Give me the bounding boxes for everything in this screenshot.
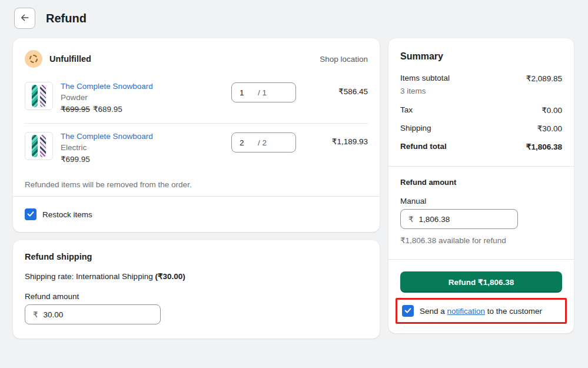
notification-link[interactable]: notification: [447, 307, 486, 316]
summary-section: Summary Items subtotal ₹2,089.85 3 items…: [388, 38, 574, 166]
quantity-total: / 1: [258, 88, 267, 97]
refund-button[interactable]: Refund ₹1,806.38: [400, 271, 562, 293]
refund-note: Refunded items will be removed from the …: [25, 173, 368, 190]
shipping-rate-text: Shipping rate: International Shipping: [25, 272, 155, 281]
variant-label: Powder: [61, 93, 231, 102]
left-column: Unfulfilled Shop location The Complete S…: [13, 38, 380, 339]
tax-value: ₹0.00: [542, 105, 562, 115]
items-subtotal-value: ₹2,089.85: [526, 74, 562, 83]
dashed-circle-icon: [29, 55, 38, 63]
shipping-rate-amount: (₹30.00): [155, 272, 185, 281]
item-prices: ₹699.95: [61, 154, 231, 164]
checkmark-icon: [26, 209, 35, 220]
product-thumbnail: [25, 82, 53, 110]
items-subtotal-label: Items subtotal: [400, 74, 450, 83]
available-for-refund-hint: ₹1,806.38 available for refund: [400, 236, 562, 245]
summary-title: Summary: [400, 51, 562, 62]
items-count: 3 items: [400, 87, 562, 95]
restock-section: Restock items: [13, 197, 380, 232]
line-item-electric: The Complete Snowboard Electric ₹699.95 …: [25, 123, 368, 173]
shipping-refund-amount-input[interactable]: ₹ 30.00: [25, 304, 161, 324]
snowboard-image: [40, 85, 46, 107]
shipping-refund-amount-label: Refund amount: [25, 292, 368, 301]
snowboard-image: [40, 135, 46, 157]
quantity-value: 1: [232, 88, 258, 97]
main-content: Unfulfilled Shop location The Complete S…: [0, 35, 588, 347]
back-button[interactable]: [14, 8, 35, 29]
arrow-left-icon: [19, 12, 30, 25]
fulfillment-header: Unfulfilled Shop location: [25, 50, 368, 68]
item-prices: ₹699.95₹689.95: [61, 104, 231, 114]
tax-label: Tax: [400, 105, 413, 115]
snowboard-image: [32, 135, 38, 157]
notify-prefix: Send a: [420, 307, 447, 316]
refund-quantity-input[interactable]: 1 / 1: [231, 82, 296, 102]
page-header: Refund: [0, 0, 588, 35]
quantity-total: / 2: [258, 138, 267, 147]
items-subtotal-row: Items subtotal ₹2,089.85: [400, 74, 562, 83]
shipping-row: Shipping ₹30.00: [400, 124, 562, 133]
restock-checkbox[interactable]: [25, 208, 36, 220]
shipping-rate-line: Shipping rate: International Shipping (₹…: [25, 271, 368, 281]
checkmark-icon: [403, 306, 413, 317]
item-info: The Complete Snowboard Powder ₹699.95₹68…: [61, 82, 231, 114]
right-column: Summary Items subtotal ₹2,089.85 3 items…: [388, 38, 574, 333]
tax-row: Tax ₹0.00: [400, 105, 562, 115]
restock-label: Restock items: [42, 210, 92, 219]
product-title-link[interactable]: The Complete Snowboard: [61, 132, 153, 141]
fulfillment-status-label: Unfulfilled: [49, 54, 320, 64]
item-info: The Complete Snowboard Electric ₹699.95: [61, 132, 231, 164]
refund-amount-section: Refund amount Manual ₹ 1,806.38 ₹1,806.3…: [388, 167, 574, 259]
shipping-refund-amount-value: 30.00: [44, 310, 64, 319]
notify-suffix: to the customer: [485, 307, 542, 316]
current-price: ₹689.95: [93, 105, 122, 114]
currency-prefix: ₹: [25, 310, 44, 319]
line-item-powder: The Complete Snowboard Powder ₹699.95₹68…: [25, 74, 368, 123]
shop-location-label: Shop location: [320, 55, 368, 64]
send-notification-checkbox[interactable]: [402, 305, 414, 317]
manual-refund-amount-value: 1,806.38: [419, 215, 450, 224]
quantity-value: 2: [232, 138, 258, 147]
notify-highlight-box: Send a notification to the customer: [396, 298, 567, 324]
line-refund-amount: ₹1,189.93: [305, 132, 368, 152]
current-price: ₹699.95: [61, 155, 90, 164]
refund-total-value: ₹1,806.38: [526, 142, 562, 151]
summary-card: Summary Items subtotal ₹2,089.85 3 items…: [388, 38, 574, 333]
variant-label: Electric: [61, 143, 231, 152]
unfulfilled-status-icon: [25, 50, 42, 68]
shipping-label: Shipping: [400, 124, 431, 133]
send-notification-label: Send a notification to the customer: [420, 307, 542, 316]
product-title-link[interactable]: The Complete Snowboard: [61, 82, 153, 91]
snowboard-image: [32, 85, 38, 107]
line-refund-amount: ₹586.45: [305, 82, 368, 102]
original-price: ₹699.95: [61, 105, 90, 114]
currency-prefix: ₹: [401, 214, 419, 224]
refund-total-row: Refund total ₹1,806.38: [400, 142, 562, 151]
manual-refund-amount-input[interactable]: ₹ 1,806.38: [400, 209, 518, 229]
refund-shipping-title: Refund shipping: [25, 252, 368, 261]
refund-quantity-input[interactable]: 2 / 2: [231, 132, 296, 152]
product-thumbnail: [25, 132, 53, 160]
refund-total-label: Refund total: [400, 142, 447, 151]
unfulfilled-section: Unfulfilled Shop location The Complete S…: [13, 38, 380, 196]
refund-action-section: Refund ₹1,806.38 Send a notification to …: [388, 260, 574, 333]
refund-amount-heading: Refund amount: [400, 178, 562, 187]
shipping-value: ₹30.00: [537, 124, 562, 133]
page-title: Refund: [46, 12, 87, 25]
refund-shipping-card: Refund shipping Shipping rate: Internati…: [13, 240, 380, 339]
unfulfilled-card: Unfulfilled Shop location The Complete S…: [13, 38, 380, 232]
manual-label: Manual: [400, 197, 562, 205]
